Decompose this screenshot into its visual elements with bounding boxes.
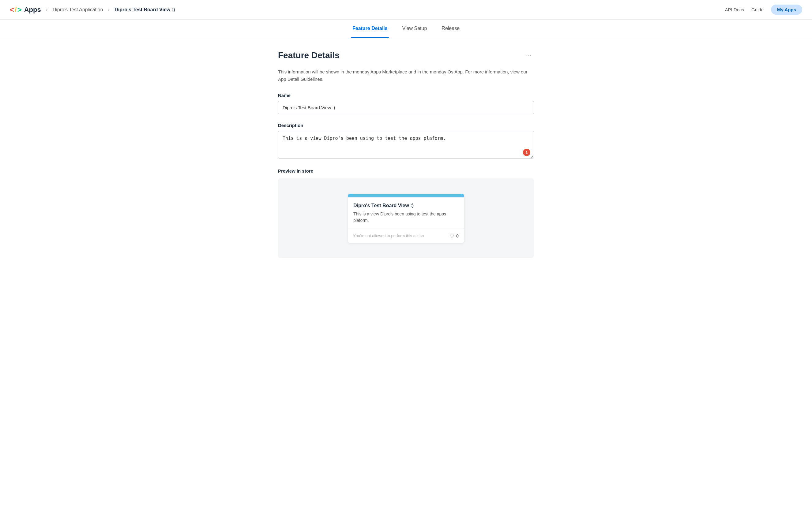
- breadcrumb-current: Dipro's Test Board View :): [115, 7, 175, 12]
- logo-chevron-left-icon: <: [10, 5, 14, 14]
- app-header: < / > Apps › Dipro's Test Application › …: [0, 0, 812, 19]
- section-header: Feature Details ···: [278, 50, 534, 61]
- main-content: Feature Details ··· This information wil…: [268, 38, 544, 270]
- preview-card-action-text: You're not allowed to perform this actio…: [353, 234, 424, 238]
- section-description: This information will be shown in the mo…: [278, 68, 534, 83]
- tab-feature-details[interactable]: Feature Details: [351, 19, 389, 38]
- name-label: Name: [278, 93, 534, 98]
- header-right: API Docs Guide My Apps: [725, 5, 802, 15]
- breadcrumb-sep-2: ›: [108, 6, 110, 13]
- logo-slash-icon: /: [15, 5, 17, 14]
- preview-container: Dipro's Test Board View :) This is a vie…: [278, 178, 534, 258]
- api-docs-link[interactable]: API Docs: [725, 7, 744, 12]
- logo-chevron-right-icon: >: [17, 5, 22, 14]
- my-apps-button[interactable]: My Apps: [771, 5, 802, 15]
- guide-link[interactable]: Guide: [752, 7, 764, 12]
- preview-card-body: Dipro's Test Board View :) This is a vie…: [348, 197, 464, 224]
- breadcrumb-sep-1: ›: [46, 6, 48, 13]
- tabs-bar: Feature Details View Setup Release: [0, 19, 812, 38]
- logo-text: Apps: [24, 6, 41, 14]
- description-textarea[interactable]: This is a view Dipro's been using to tes…: [278, 131, 534, 159]
- preview-card-like-count: 0: [456, 233, 459, 239]
- preview-card-description: This is a view Dipro's been using to tes…: [353, 211, 459, 224]
- name-field-group: Name: [278, 93, 534, 114]
- description-textarea-wrapper: This is a view Dipro's been using to tes…: [278, 131, 534, 160]
- breadcrumb-item-1[interactable]: Dipro's Test Application: [53, 7, 103, 12]
- preview-card-like[interactable]: ♡ 0: [449, 232, 459, 239]
- heart-icon: ♡: [449, 232, 454, 239]
- preview-label: Preview in store: [278, 168, 534, 173]
- header-left: < / > Apps › Dipro's Test Application › …: [10, 5, 725, 14]
- preview-section: Preview in store Dipro's Test Board View…: [278, 168, 534, 258]
- description-field-group: Description This is a view Dipro's been …: [278, 123, 534, 160]
- name-input[interactable]: [278, 101, 534, 114]
- preview-card: Dipro's Test Board View :) This is a vie…: [348, 194, 464, 243]
- preview-card-footer: You're not allowed to perform this actio…: [348, 228, 464, 243]
- logo[interactable]: < / > Apps: [10, 5, 41, 14]
- page-title: Feature Details: [278, 50, 339, 60]
- error-badge: 1: [523, 149, 530, 156]
- preview-card-title: Dipro's Test Board View :): [353, 203, 459, 208]
- description-label: Description: [278, 123, 534, 128]
- tab-release[interactable]: Release: [440, 19, 461, 38]
- preview-card-top-bar: [348, 194, 464, 197]
- tab-view-setup[interactable]: View Setup: [401, 19, 429, 38]
- more-menu-button[interactable]: ···: [524, 50, 534, 61]
